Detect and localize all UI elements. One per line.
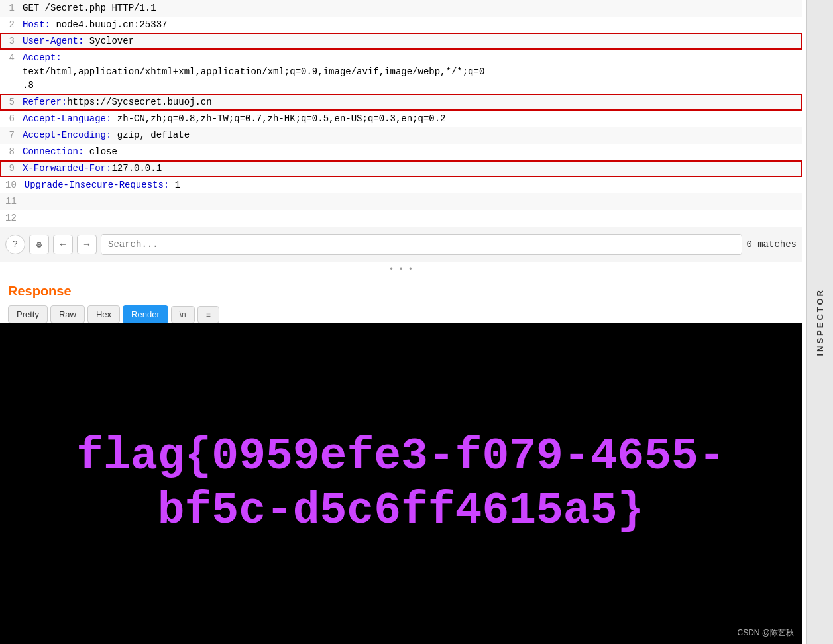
line-content: Host: node4.buuoj.cn:25337 (20, 17, 802, 33)
tab-pretty[interactable]: Pretty (8, 305, 48, 323)
next-button[interactable]: → (77, 235, 97, 254)
code-line-7: 7 Accept-Encoding: gzip, deflate (0, 127, 802, 144)
flag-display: flag{0959efe3-f079-4655- bf5c-d5c6ff4615… (63, 416, 738, 551)
line-number: 9 (0, 160, 20, 177)
inspector-label: INSPECTOR (815, 288, 825, 356)
line-number: 3 (0, 33, 20, 50)
code-line-1: 1 GET /Secret.php HTTP/1.1 (0, 0, 802, 17)
code-line-3: 3 User-Agent: Syclover (0, 33, 802, 50)
next-icon: → (84, 239, 89, 250)
settings-button[interactable]: ⚙ (29, 235, 49, 254)
tab-hex[interactable]: Hex (87, 305, 120, 323)
code-section: 1 GET /Secret.php HTTP/1.1 2 Host: node4… (0, 0, 802, 227)
flag-line1: flag{0959efe3-f079-4655- (76, 429, 725, 484)
code-line-11: 11 (0, 193, 802, 210)
rendered-content: flag{0959efe3-f079-4655- bf5c-d5c6ff4615… (0, 323, 802, 644)
line-content: Accept-Encoding: gzip, deflate (20, 127, 802, 144)
line-content: User-Agent: Syclover (20, 33, 802, 50)
tab-render[interactable]: Render (123, 305, 168, 323)
line-number: 4 (0, 50, 20, 66)
code-line-10: 10 Upgrade-Insecure-Requests: 1 (0, 177, 802, 193)
response-tab-bar: Pretty Raw Hex Render \n ≡ (8, 305, 794, 323)
code-line-6: 6 Accept-Language: zh-CN,zh;q=0.8,zh-TW;… (0, 111, 802, 127)
prev-button[interactable]: ← (53, 235, 73, 254)
line-number: 1 (0, 0, 20, 17)
tab-menu[interactable]: ≡ (197, 306, 219, 323)
gear-icon: ⚙ (36, 239, 42, 250)
line-number: 8 (0, 144, 20, 160)
response-section: Response Pretty Raw Hex Render \n ≡ (0, 277, 802, 323)
code-line-8: 8 Connection: close (0, 144, 802, 160)
search-toolbar: ? ⚙ ← → 0 matches (0, 227, 802, 262)
search-input[interactable] (101, 234, 742, 255)
divider-dots: • • • (0, 262, 802, 277)
code-line-5: 5 Referer:https://Sycsecret.buuoj.cn (0, 94, 802, 111)
line-content (22, 193, 802, 210)
code-line-9: 9 X-Forwarded-For:127.0.0.1 (0, 160, 802, 177)
flag-line2: bf5c-d5c6ff4615a5} (76, 484, 725, 538)
tab-raw[interactable]: Raw (50, 305, 85, 323)
help-icon: ? (13, 239, 18, 250)
tab-newline[interactable]: \n (171, 306, 195, 323)
response-title: Response (8, 284, 794, 299)
inspector-sidebar: INSPECTOR (806, 0, 833, 644)
line-number: 7 (0, 127, 20, 144)
code-line-12: 12 (0, 210, 802, 227)
code-line-4: 4 Accept:text/html,application/xhtml+xml… (0, 50, 802, 94)
line-content: Referer:https://Sycsecret.buuoj.cn (20, 94, 802, 111)
line-content: Accept-Language: zh-CN,zh;q=0.8,zh-TW;q=… (20, 111, 802, 127)
line-content: Connection: close (20, 144, 802, 160)
line-number: 6 (0, 111, 20, 127)
line-content (22, 210, 802, 227)
line-content: Upgrade-Insecure-Requests: 1 (22, 177, 802, 193)
line-number: 5 (0, 94, 20, 111)
prev-icon: ← (60, 239, 66, 250)
line-number: 2 (0, 17, 20, 33)
code-line-2: 2 Host: node4.buuoj.cn:25337 (0, 17, 802, 33)
line-content: Accept:text/html,application/xhtml+xml,a… (20, 50, 802, 94)
watermark: CSDN @陈艺秋 (737, 627, 794, 639)
match-count: 0 matches (746, 239, 797, 250)
http-request-code: 1 GET /Secret.php HTTP/1.1 2 Host: node4… (0, 0, 802, 227)
help-button[interactable]: ? (5, 235, 25, 254)
line-content: X-Forwarded-For:127.0.0.1 (20, 160, 802, 177)
line-number: 10 (0, 177, 22, 193)
line-content: GET /Secret.php HTTP/1.1 (20, 0, 802, 17)
line-number: 12 (0, 210, 22, 227)
line-number: 11 (0, 193, 22, 210)
